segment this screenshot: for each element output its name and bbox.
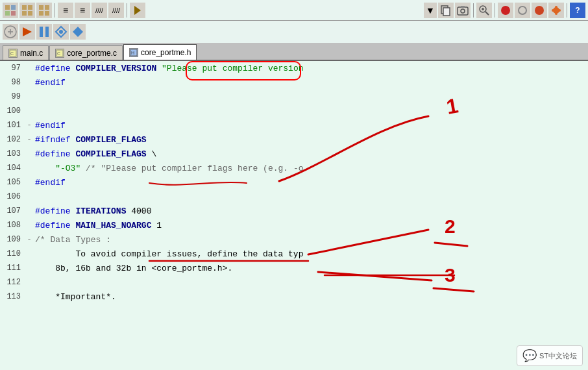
toolbar-flower-btn[interactable] [548, 3, 564, 18]
line-content-102: #ifndef COMPILER_FLAGS [34, 135, 588, 145]
toolbar-question[interactable]: ? [570, 3, 585, 18]
code-line-100: 100 [0, 104, 588, 118]
toolbar-row2 [0, 21, 588, 43]
svg-point-37 [59, 30, 63, 34]
toolbar-sep-3 [473, 3, 474, 18]
line-content-104: "-O3" /* "Please put compiler flags here… [34, 164, 588, 173]
line-marker-109: - [25, 235, 34, 244]
code-line-108: 108 #define MAIN_HAS_NOARGC 1 [0, 218, 588, 232]
svg-point-27 [555, 12, 557, 15]
toolbar2-btn2[interactable] [19, 24, 35, 40]
code-line-110: 110 To avoid compiler issues, define the… [0, 247, 588, 261]
svg-line-19 [485, 12, 489, 15]
line-num-99: 99 [0, 92, 25, 101]
code-line-97: 97 #define COMPILER_VERSION "Please put … [0, 61, 588, 75]
toolbar2-btn3[interactable] [36, 24, 52, 40]
svg-point-26 [555, 6, 557, 8]
toolbar-red2-btn[interactable] [532, 3, 547, 18]
code-line-102: 102 - #ifndef COMPILER_FLAGS [0, 132, 588, 147]
toolbar-sep-1 [55, 3, 55, 18]
line-content-101: #endif [34, 121, 588, 130]
toolbar-btn-3[interactable] [36, 3, 52, 18]
toolbar-btn-8[interactable] [130, 3, 145, 18]
toolbar-circle-btn[interactable] [515, 3, 530, 18]
toolbar-row1: ≡ ≡ //// //// ▼ ? [0, 0, 588, 21]
toolbar-camera[interactable] [455, 3, 471, 18]
svg-marker-33 [23, 27, 32, 36]
svg-point-28 [552, 9, 554, 12]
code-area: 97 #define COMPILER_VERSION "Please put … [0, 61, 588, 370]
svg-rect-0 [5, 5, 10, 10]
tab-core-portme-h[interactable]: H core_portme.h [123, 44, 197, 60]
tab-core-portme-c[interactable]: C core_portme.c [49, 45, 123, 60]
tab-main-c[interactable]: C main.c [3, 45, 49, 60]
tab-core-portme-h-label: core_portme.h [141, 48, 191, 57]
toolbar-btn-7[interactable]: //// [108, 3, 124, 18]
code-line-98: 98 #endif [0, 75, 588, 90]
code-line-107: 107 #define ITERATIONS 4000 [0, 204, 588, 218]
code-line-112: 112 [0, 275, 588, 290]
svg-point-16 [461, 9, 465, 13]
code-line-111: 111 8b, 16b and 32b in <core_portme.h>. [0, 261, 588, 275]
line-content-97: #define COMPILER_VERSION "Please put com… [34, 64, 588, 73]
toolbar-sep-5 [567, 3, 567, 18]
line-marker-101: - [25, 121, 34, 130]
code-line-113: 113 *Important*. [0, 290, 588, 304]
svg-rect-14 [443, 8, 450, 16]
svg-rect-7 [28, 11, 32, 16]
toolbar2-btn5[interactable] [70, 24, 86, 40]
toolbar-btn-4[interactable]: ≡ [58, 3, 73, 18]
svg-point-23 [519, 6, 526, 14]
line-num-110: 110 [0, 249, 25, 258]
code-line-99: 99 [0, 90, 588, 104]
svg-rect-17 [461, 6, 465, 8]
code-line-106: 106 [0, 190, 588, 204]
line-content-113: *Important*. [34, 292, 588, 302]
toolbar-btn-6[interactable]: //// [92, 3, 107, 18]
line-num-105: 105 [0, 178, 25, 187]
watermark-text: ST中文论坛 [539, 351, 577, 361]
svg-rect-11 [45, 11, 49, 16]
line-num-98: 98 [0, 78, 25, 87]
toolbar-btn-5[interactable]: ≡ [75, 3, 90, 18]
toolbar-sep-2 [127, 3, 127, 18]
line-marker-102: - [25, 135, 34, 144]
code-line-109: 109 - /* Data Types : [0, 232, 588, 247]
line-content-105: #endif [34, 178, 588, 188]
code-line-105: 105 #endif [0, 175, 588, 190]
line-num-113: 113 [0, 292, 25, 301]
tab-core-portme-c-icon: C [55, 49, 64, 58]
line-num-108: 108 [0, 221, 25, 230]
line-num-109: 109 [0, 235, 25, 244]
line-num-102: 102 [0, 135, 25, 144]
line-num-112: 112 [0, 278, 25, 287]
svg-rect-15 [458, 7, 468, 15]
svg-rect-4 [22, 5, 27, 10]
tab-core-portme-h-icon: H [129, 48, 138, 57]
tab-main-c-label: main.c [20, 49, 43, 58]
toolbar2-btn1[interactable] [3, 24, 18, 40]
svg-rect-8 [39, 5, 43, 10]
code-line-104: 104 "-O3" /* "Please put compiler flags … [0, 161, 588, 175]
svg-text:H: H [131, 51, 134, 55]
toolbar-search[interactable] [476, 3, 492, 18]
toolbar-btn-1[interactable] [3, 3, 18, 18]
tab-core-portme-c-label: core_portme.c [67, 49, 117, 58]
line-num-111: 111 [0, 264, 25, 273]
toolbar-sep-4 [495, 3, 495, 18]
toolbar-btn-2[interactable] [19, 3, 35, 18]
svg-point-22 [501, 6, 510, 15]
svg-rect-35 [45, 27, 49, 37]
watermark: 💬 ST中文论坛 [517, 345, 583, 366]
watermark-icon: 💬 [522, 349, 537, 363]
svg-rect-9 [45, 5, 49, 10]
svg-rect-34 [40, 27, 43, 37]
line-num-103: 103 [0, 149, 25, 158]
toolbar2-btn4[interactable] [53, 24, 69, 40]
toolbar-copy[interactable] [438, 3, 454, 18]
toolbar-dropdown[interactable]: ▼ [424, 3, 437, 18]
line-num-107: 107 [0, 206, 25, 216]
toolbar-red-btn[interactable] [498, 3, 513, 18]
line-num-104: 104 [0, 164, 25, 173]
svg-rect-10 [39, 11, 43, 16]
